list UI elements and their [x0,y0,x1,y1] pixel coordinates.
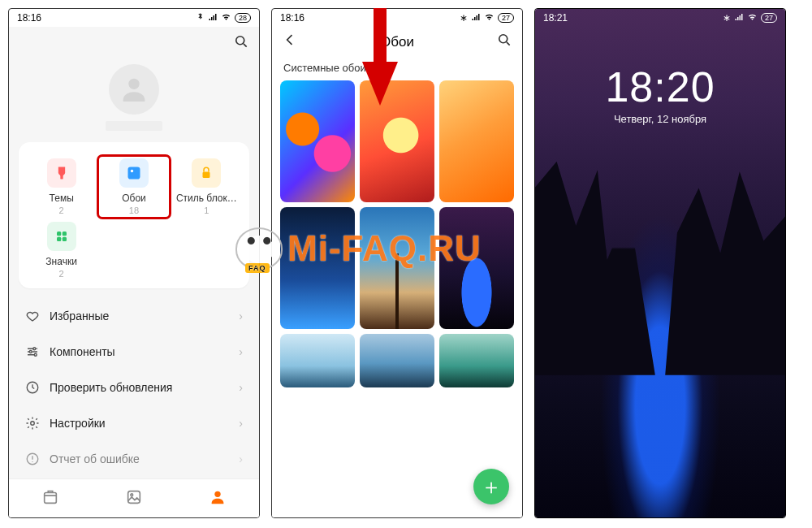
svg-point-14 [31,422,35,426]
svg-point-20 [499,35,508,43]
menu-label: Проверить обновления [50,381,172,394]
lockscreen-date: Четверг, 12 ноября [535,113,785,125]
wallpaper-icon [119,158,149,188]
search-icon[interactable] [496,32,512,52]
profile-name-placeholder [106,121,162,131]
svg-point-1 [128,79,139,89]
tile-label: Обои [122,193,146,204]
status-time: 18:16 [280,12,304,24]
signal-icon [208,12,218,24]
tile-count: 18 [129,206,139,215]
settings-list: Избранные › Компоненты › Проверить обнов… [19,298,249,477]
wifi-icon [747,11,758,24]
menu-label: Компоненты [50,345,115,358]
menu-label: Отчет об ошибке [50,452,140,465]
page-header: Обои [272,27,522,60]
svg-rect-5 [203,172,210,179]
back-icon[interactable] [282,32,298,52]
search-icon[interactable] [233,33,249,53]
wifi-icon [484,11,495,24]
menu-label: Настройки [50,417,106,430]
menu-check-updates[interactable]: Проверить обновления › [19,370,249,405]
report-icon [25,452,40,466]
menu-favorites[interactable]: Избранные › [19,298,249,334]
battery-indicator: 27 [498,13,514,23]
wallpaper-thumb[interactable] [439,334,514,387]
svg-point-11 [29,351,32,353]
wallpaper-grid [272,80,522,387]
status-bar: 18:16 ∗ 27 [272,9,522,27]
themes-icon [47,158,76,188]
svg-rect-17 [128,491,140,503]
categories-card: Темы 2 Обои 18 Стиль блок… 1 [19,142,249,288]
chevron-right-icon: › [239,417,243,430]
status-indicators: ∗ 27 [723,11,777,24]
sliders-icon [25,344,40,359]
status-bar: 18:21 ∗ 27 [535,9,785,27]
bluetooth-icon: ∗ [723,12,731,24]
svg-point-18 [131,493,133,496]
lockscreen-clock-area: 18:20 Четверг, 12 ноября [535,27,785,125]
chevron-right-icon: › [239,345,243,358]
status-indicators: ∗ 27 [460,11,514,24]
svg-rect-8 [57,237,61,241]
tile-count: 2 [59,206,64,215]
plus-icon: ＋ [481,473,502,501]
signal-icon [471,12,481,24]
gear-icon [25,416,40,431]
tile-wallpapers[interactable]: Обои 18 [97,155,170,219]
svg-point-4 [131,170,133,172]
svg-point-0 [236,37,244,45]
screen-lockscreen: 18:21 ∗ 27 18:20 Четверг, 12 ноября [534,8,786,518]
wallpaper-thumb[interactable] [439,207,514,329]
tile-label: Темы [50,193,74,204]
wallpaper-thumb[interactable] [439,80,514,202]
svg-point-10 [33,348,36,350]
add-wallpaper-button[interactable]: ＋ [473,469,509,504]
wallpaper-thumb[interactable] [280,80,355,202]
wallpaper-thumb[interactable] [360,80,434,202]
chevron-right-icon: › [239,452,243,465]
bluetooth-icon [196,12,205,24]
profile-avatar-area[interactable] [9,59,259,142]
svg-rect-3 [127,167,140,180]
heart-icon [25,309,40,323]
wallpaper-thumb[interactable] [280,207,355,329]
chevron-right-icon: › [239,309,243,322]
tile-icons[interactable]: Значки 2 [25,219,97,282]
tile-themes[interactable]: Темы 2 [25,155,97,219]
battery-indicator: 27 [761,13,777,23]
svg-rect-6 [57,232,61,236]
status-indicators: 28 [196,11,251,24]
tile-label: Стиль блок… [176,193,237,204]
status-bar: 18:16 28 [9,9,259,27]
lock-icon [192,158,221,188]
tile-label: Значки [45,256,77,267]
wallpaper-thumb[interactable] [280,334,355,387]
iconset-icon [47,222,76,251]
svg-rect-2 [60,175,63,180]
tile-count: 2 [59,269,64,279]
status-time: 18:16 [17,12,41,24]
battery-indicator: 28 [235,13,251,23]
wallpaper-thumb[interactable] [360,207,434,329]
bottom-nav [9,478,259,517]
update-icon [25,380,40,395]
tile-count: 1 [204,206,209,215]
menu-settings[interactable]: Настройки › [19,405,249,441]
wallpaper-thumb[interactable] [360,334,434,387]
status-time: 18:21 [543,12,568,24]
nav-profile-icon[interactable] [209,488,227,509]
chevron-right-icon: › [239,381,243,394]
svg-rect-9 [62,237,66,241]
menu-report[interactable]: Отчет об ошибке › [19,441,249,477]
menu-components[interactable]: Компоненты › [19,334,249,370]
menu-label: Избранные [50,309,109,322]
screen-wallpapers: 18:16 ∗ 27 Обои Системные обои [271,8,523,518]
nav-wallpaper-icon[interactable] [125,488,143,509]
signal-icon [734,12,744,24]
tile-lockstyle[interactable]: Стиль блок… 1 [171,155,243,219]
section-heading: Системные обои [272,60,522,80]
nav-store-icon[interactable] [41,488,59,509]
svg-point-19 [214,491,220,496]
